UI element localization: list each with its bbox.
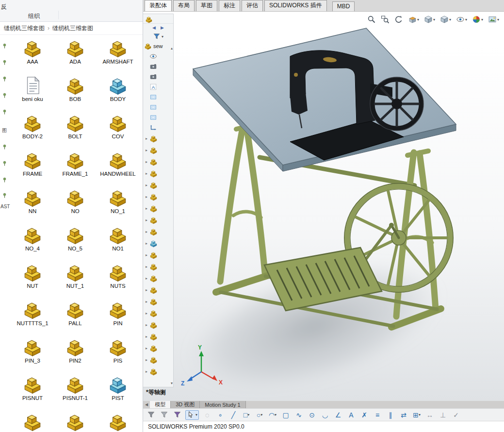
sketch-point-icon[interactable]: ∘	[215, 410, 225, 420]
file-item[interactable]: HANDWHEEL	[97, 150, 139, 187]
tree-part-item[interactable]: ▸	[143, 144, 173, 156]
model-tab-0[interactable]: 模型	[150, 401, 171, 408]
display-relations-icon[interactable]: ⊥	[438, 410, 448, 420]
convert-entities-icon[interactable]: ≡	[373, 410, 382, 420]
expander-icon[interactable]: ▸	[145, 311, 148, 316]
side-strip-label[interactable]: 图	[0, 127, 8, 134]
tree-part-item[interactable]: ▸	[143, 133, 173, 144]
expander-icon[interactable]: ▸	[145, 253, 148, 257]
display-style-icon[interactable]: ▾	[440, 15, 451, 24]
hide-show-icon[interactable]: ▾	[456, 15, 467, 24]
featuremanager-tab-icon[interactable]	[145, 16, 153, 23]
pin-icon[interactable]	[0, 109, 8, 116]
tree-part-item[interactable]: ▸	[143, 284, 173, 296]
repair-sketch-icon[interactable]: ✓	[451, 410, 461, 420]
filter-wireframe-icon[interactable]	[159, 410, 169, 420]
file-item[interactable]	[11, 412, 54, 432]
mirror-entities-icon[interactable]: ⇄	[399, 410, 408, 420]
tree-part-item[interactable]: ▸	[143, 307, 173, 319]
tree-item-annotations-icon[interactable]	[143, 82, 173, 92]
file-item[interactable]: COV	[97, 113, 139, 150]
file-item[interactable]: NO_5	[54, 225, 97, 262]
file-item[interactable]: PIN	[97, 299, 139, 337]
expander-icon[interactable]: ▸	[145, 218, 148, 222]
tree-item-right-plane-icon[interactable]	[143, 112, 173, 122]
file-item[interactable]: NN	[11, 187, 54, 225]
tree-part-item[interactable]: ▸	[143, 296, 173, 307]
tree-part-item[interactable]: ▸	[143, 342, 173, 354]
tree-scroll-up[interactable]: ▴	[171, 46, 173, 50]
file-item[interactable]: ADA	[54, 38, 97, 75]
file-item[interactable]: NO1	[97, 225, 139, 262]
lasso-select-icon[interactable]: ◌	[202, 410, 212, 420]
tree-item-top-plane-icon[interactable]	[143, 102, 173, 112]
file-item[interactable]: FRAME_1	[54, 150, 97, 187]
text-tool-icon[interactable]: A	[346, 410, 356, 420]
breadcrumb-item[interactable]: 缝纫机三维套图	[52, 24, 93, 33]
expander-icon[interactable]: ▸	[145, 195, 148, 199]
line-tool-icon[interactable]: ╱	[228, 410, 238, 420]
expander-icon[interactable]: ▸	[145, 230, 148, 234]
tree-part-item[interactable]: ▸	[143, 366, 173, 377]
tree-part-item[interactable]: ▸	[143, 249, 173, 261]
model-tab-2[interactable]: Motion Study 1	[200, 401, 245, 408]
tree-root-item[interactable]: sew	[143, 41, 173, 51]
tab-scroll-left[interactable]: ◀	[143, 401, 150, 408]
expander-icon[interactable]: ▸	[145, 358, 148, 362]
linear-pattern-icon[interactable]: ⊞▾	[412, 410, 422, 420]
organize-menu-button[interactable]: 组织	[28, 12, 40, 20]
file-item[interactable]: NUTS	[97, 262, 139, 299]
file-item[interactable]: AAA	[11, 38, 54, 75]
expander-icon[interactable]: ▸	[145, 265, 148, 269]
pin-icon[interactable]	[0, 92, 8, 100]
tree-part-item[interactable]: ▸	[143, 202, 173, 214]
expander-icon[interactable]: ▸	[145, 136, 148, 141]
pin-icon[interactable]	[0, 160, 8, 167]
tree-part-item[interactable]: ▸	[143, 354, 173, 366]
chamfer-tool-icon[interactable]: ∠	[333, 410, 343, 420]
file-item[interactable]: beni oku	[11, 75, 54, 113]
graphics-viewport[interactable]: Y X Z ▾ ▾ ▾	[143, 12, 504, 401]
spline-tool-icon[interactable]: ∿	[294, 410, 304, 420]
slot-tool-icon[interactable]: ▢	[281, 410, 291, 420]
section-view-icon[interactable]: ▾	[408, 15, 419, 24]
tree-part-item[interactable]: ▸	[143, 331, 173, 342]
expander-icon[interactable]: ▸	[145, 171, 148, 176]
tree-part-item[interactable]: ▸	[143, 272, 173, 284]
zoom-fit-icon[interactable]	[367, 15, 376, 24]
zoom-area-icon[interactable]	[381, 15, 390, 24]
pin-icon[interactable]	[0, 59, 8, 66]
ribbon-tab-4[interactable]: 评估	[242, 0, 263, 11]
file-item[interactable]: NO_1	[97, 187, 139, 225]
tree-filter-button[interactable]: ▾	[143, 32, 173, 41]
expander-icon[interactable]: ▸	[145, 288, 148, 292]
file-item[interactable]	[97, 412, 139, 432]
file-item[interactable]: PISNUT	[11, 374, 54, 412]
tree-item-lights-cameras-icon[interactable]	[143, 71, 173, 82]
ribbon-tab-2[interactable]: 草图	[196, 0, 217, 11]
filter-faces-icon[interactable]	[172, 410, 182, 420]
tree-part-item[interactable]: ▸	[143, 226, 173, 237]
file-item[interactable]: FRAME	[11, 150, 54, 187]
tree-part-item[interactable]: ▸	[143, 156, 173, 167]
file-item[interactable]: NUT_1	[54, 262, 97, 299]
tree-item-design-binder-icon[interactable]	[143, 61, 173, 71]
expander-icon[interactable]: ▸	[145, 276, 148, 281]
file-item[interactable]: PIS	[97, 337, 139, 374]
tree-back-button[interactable]: ◀	[152, 25, 156, 30]
circle-tool-icon[interactable]: ○▾	[255, 410, 264, 420]
file-item[interactable]: BODY-2	[11, 113, 54, 150]
breadcrumb-item[interactable]: 缝纫机三维套图	[4, 24, 45, 33]
expander-icon[interactable]: ▸	[145, 160, 148, 164]
tree-forward-button[interactable]: ▶	[161, 25, 164, 30]
tree-item-history-icon[interactable]	[143, 51, 173, 61]
tree-part-item[interactable]: ▸	[143, 191, 173, 202]
file-item[interactable]: PISNUT-1	[54, 374, 97, 412]
expander-icon[interactable]: ▸	[145, 241, 148, 246]
selection-filter-icon[interactable]	[146, 410, 156, 420]
pin-icon[interactable]	[0, 76, 8, 83]
tree-part-item[interactable]: ▸	[143, 214, 173, 226]
pin-icon[interactable]	[0, 192, 8, 199]
file-item[interactable]: NUTTTTS_1	[11, 299, 54, 337]
side-strip-label[interactable]: AST	[0, 204, 8, 209]
